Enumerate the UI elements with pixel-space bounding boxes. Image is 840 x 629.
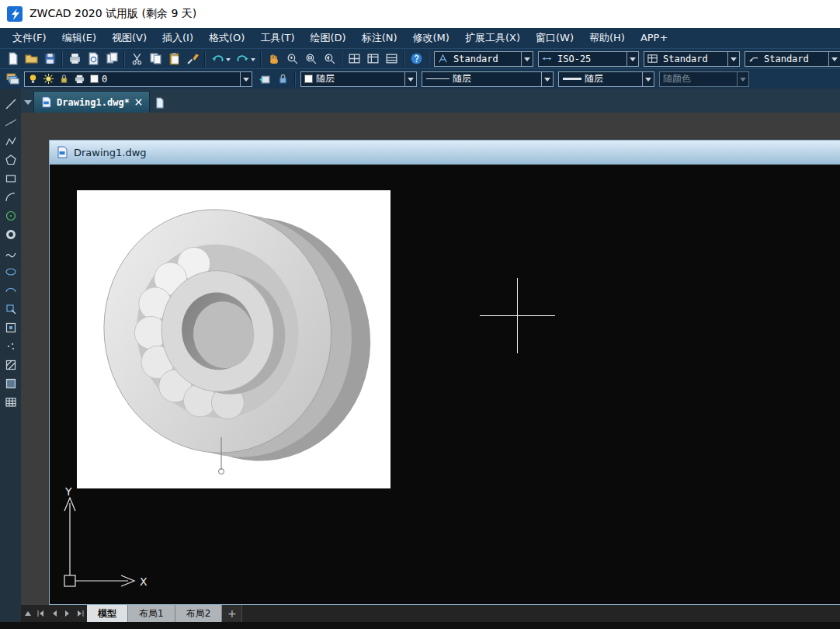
- layer-combo[interactable]: 0: [24, 71, 252, 87]
- close-tab-icon[interactable]: [134, 98, 143, 106]
- menu-item-format[interactable]: 格式(O): [201, 28, 252, 48]
- drawing-canvas[interactable]: Y X: [50, 165, 840, 604]
- polyline-icon[interactable]: [0, 132, 21, 151]
- open-file-icon[interactable]: [22, 50, 40, 68]
- paste-icon[interactable]: [165, 50, 183, 68]
- plot-icon[interactable]: [65, 50, 84, 68]
- tab-layout2[interactable]: 布局2: [175, 605, 223, 622]
- named-views-icon[interactable]: [363, 50, 382, 68]
- hatch-icon[interactable]: [0, 356, 21, 374]
- linetype-combo[interactable]: 随层: [422, 71, 554, 87]
- last-tab-icon[interactable]: [74, 605, 87, 622]
- help-icon[interactable]: [407, 50, 425, 68]
- layer-color-swatch: [90, 75, 99, 83]
- layer-plot-icon[interactable]: [71, 72, 87, 86]
- layer-previous-icon[interactable]: [255, 70, 273, 89]
- menu-item-express-tools[interactable]: 扩展工具(X): [457, 28, 528, 48]
- undo-icon[interactable]: [208, 50, 233, 68]
- ellipse-icon[interactable]: [0, 262, 21, 281]
- menu-item-view[interactable]: 视图(V): [104, 28, 154, 48]
- publish-icon[interactable]: [102, 50, 121, 68]
- circle-icon[interactable]: [0, 207, 21, 225]
- plot-style-combo: 随颜色: [659, 71, 749, 87]
- mleader-style-combo[interactable]: Standard: [745, 51, 840, 67]
- tab-model[interactable]: 模型: [87, 605, 128, 622]
- dropdown-arrow-icon[interactable]: [828, 52, 840, 66]
- sheet-set-icon[interactable]: [382, 50, 401, 68]
- donut-icon[interactable]: [0, 225, 21, 244]
- redo-icon[interactable]: [233, 50, 258, 68]
- window-titlebar[interactable]: ZWCAD 2020 试用版 (剩余 9 天): [0, 0, 840, 28]
- tab-layout1[interactable]: 布局1: [128, 605, 175, 622]
- mleader-style-icon: [745, 52, 761, 66]
- add-layout-button[interactable]: +: [222, 605, 242, 622]
- zoom-window-icon[interactable]: [301, 50, 320, 68]
- dropdown-arrow-icon[interactable]: [521, 52, 533, 66]
- insert-block-icon[interactable]: [0, 300, 21, 318]
- gradient-icon[interactable]: [0, 374, 21, 393]
- menu-item-tools[interactable]: 工具(T): [252, 28, 302, 48]
- menu-item-window[interactable]: 窗口(W): [528, 28, 581, 48]
- expand-tabs-icon[interactable]: [21, 605, 34, 622]
- layer-freeze-icon[interactable]: [40, 72, 56, 86]
- color-combo[interactable]: 随层: [300, 71, 417, 87]
- prev-tab-icon[interactable]: [47, 605, 61, 622]
- tab-scroll-icon[interactable]: [23, 91, 33, 113]
- dropdown-arrow-icon[interactable]: [240, 72, 252, 86]
- linetype-value: 随层: [450, 72, 541, 85]
- cut-icon[interactable]: [127, 50, 146, 68]
- menu-item-app-plus[interactable]: APP+: [633, 28, 675, 48]
- zoom-previous-icon[interactable]: [320, 50, 338, 68]
- save-file-icon[interactable]: [40, 50, 59, 68]
- line-icon[interactable]: [0, 95, 21, 113]
- menu-item-insert[interactable]: 插入(I): [154, 28, 201, 48]
- text-style-icon: [435, 52, 450, 66]
- xline-icon[interactable]: [0, 113, 21, 132]
- menu-item-dimension[interactable]: 标注(N): [354, 28, 405, 48]
- color-value: 随层: [313, 72, 404, 85]
- plot-preview-icon[interactable]: [84, 50, 102, 68]
- drawing-window-titlebar[interactable]: Drawing1.dwg: [50, 141, 840, 165]
- new-drawing-tab-icon[interactable]: [150, 92, 170, 113]
- toolbar-separator: [260, 51, 262, 67]
- ellipse-arc-icon[interactable]: [0, 281, 21, 300]
- layer-bulb-icon[interactable]: [25, 72, 40, 86]
- arc-icon[interactable]: [0, 188, 21, 207]
- layer-properties-icon[interactable]: [3, 70, 22, 89]
- layer-lock-icon[interactable]: [56, 72, 71, 86]
- spline-icon[interactable]: [0, 244, 21, 262]
- match-properties-icon[interactable]: [183, 50, 202, 68]
- first-tab-icon[interactable]: [34, 605, 47, 622]
- menu-item-edit[interactable]: 编辑(E): [54, 28, 104, 48]
- polygon-icon[interactable]: [0, 151, 21, 169]
- next-tab-icon[interactable]: [61, 605, 74, 622]
- text-style-combo[interactable]: Standard: [434, 51, 533, 67]
- toolbar-separator: [428, 51, 429, 67]
- menu-item-draw[interactable]: 绘图(D): [303, 28, 354, 48]
- color-swatch: [304, 75, 313, 83]
- copy-icon[interactable]: [146, 50, 165, 68]
- zoom-realtime-icon[interactable]: [283, 50, 301, 68]
- dropdown-arrow-icon[interactable]: [727, 52, 739, 66]
- new-file-icon[interactable]: [3, 50, 22, 68]
- dropdown-arrow-icon[interactable]: [642, 72, 654, 86]
- rectangle-icon[interactable]: [0, 169, 21, 188]
- menu-item-modify[interactable]: 修改(M): [405, 28, 457, 48]
- menu-item-file[interactable]: 文件(F): [5, 28, 54, 48]
- dropdown-arrow-icon[interactable]: [627, 52, 638, 66]
- pan-icon[interactable]: [264, 50, 283, 68]
- layer-states-icon[interactable]: [273, 70, 292, 89]
- linetype-sample: [426, 78, 450, 79]
- table-style-combo[interactable]: Standard: [644, 51, 740, 67]
- dim-style-combo[interactable]: ISO-25: [538, 51, 639, 67]
- viewports-icon[interactable]: [345, 50, 363, 68]
- table-icon[interactable]: [0, 393, 21, 412]
- dropdown-arrow-icon[interactable]: [541, 72, 553, 86]
- lineweight-combo[interactable]: 随层: [558, 71, 654, 87]
- menu-item-help[interactable]: 帮助(H): [581, 28, 633, 48]
- dropdown-arrow-icon[interactable]: [404, 72, 416, 86]
- point-icon[interactable]: [0, 337, 21, 356]
- make-block-icon[interactable]: [0, 318, 21, 337]
- zwcad-application: ZWCAD 2020 试用版 (剩余 9 天) 文件(F) 编辑(E) 视图(V…: [0, 0, 840, 629]
- document-tab[interactable]: Drawing1.dwg*: [33, 91, 150, 113]
